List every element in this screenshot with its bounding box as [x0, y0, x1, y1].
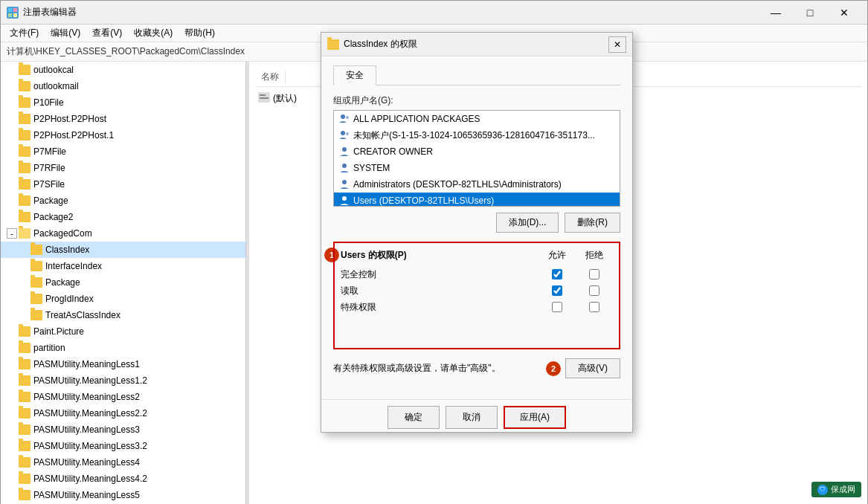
tree-item-package-child[interactable]: Package — [1, 274, 245, 291]
folder-icon — [19, 408, 30, 419]
user-action-buttons: 添加(D)... 删除(R) — [333, 213, 620, 233]
folder-icon — [19, 392, 30, 402]
dialog-close-button[interactable]: ✕ — [608, 36, 626, 53]
tree-item-pasm1[interactable]: PASMUtility.MeaningLess1 — [1, 356, 245, 372]
folder-icon — [19, 424, 30, 435]
menu-favorites[interactable]: 收藏夹(A) — [128, 25, 179, 41]
user-item-all-app-packages[interactable]: ALL APPLICATION PACKAGES — [334, 111, 620, 127]
user-item-unknown[interactable]: 未知帐户(S-1-15-3-1024-1065365936-1281604716… — [334, 127, 620, 143]
folder-icon — [19, 179, 30, 190]
tree-item-pasm3[interactable]: PASMUtility.MeaningLess3 — [1, 421, 245, 438]
special-deny-checkbox[interactable] — [576, 302, 613, 312]
main-window: 注册表编辑器 — □ ✕ 文件(F) 编辑(V) 查看(V) 收藏夹(A) 帮助… — [0, 0, 868, 504]
tree-item-pasm12[interactable]: PASMUtility.MeaningLess1.2 — [1, 372, 245, 389]
menu-edit[interactable]: 编辑(V) — [45, 25, 86, 41]
read-allow-input[interactable] — [552, 285, 562, 296]
cancel-button[interactable]: 取消 — [446, 406, 498, 429]
svg-point-10 — [346, 132, 349, 135]
user-label: ALL APPLICATION PACKAGES — [353, 114, 480, 124]
svg-rect-6 — [260, 97, 269, 99]
user-item-users[interactable]: Users (DESKTOP-82TLHLS\Users) — [334, 193, 620, 207]
remove-button[interactable]: 删除(R) — [565, 213, 620, 233]
read-deny-input[interactable] — [589, 285, 599, 296]
tree-item-p10file[interactable]: P10File — [1, 94, 245, 111]
fullcontrol-allow-input[interactable] — [552, 269, 562, 280]
special-allow-checkbox[interactable] — [539, 302, 576, 312]
fullcontrol-deny-checkbox[interactable] — [576, 269, 613, 280]
menu-help[interactable]: 帮助(H) — [179, 25, 221, 41]
advanced-button[interactable]: 高级(V) — [565, 358, 620, 378]
close-button[interactable]: ✕ — [827, 1, 861, 25]
tree-item-pasm42[interactable]: PASMUtility.MeaningLess4.2 — [1, 471, 245, 487]
permissions-section: Users 的权限(P) 允许 拒绝 完全控制 — [333, 242, 620, 349]
tree-item-packagedcom[interactable]: - PackagedCom — [1, 225, 245, 242]
tree-item-classindex[interactable]: ClassIndex — [1, 242, 245, 258]
svg-point-9 — [341, 131, 345, 135]
folder-icon — [30, 261, 42, 271]
folder-icon — [19, 163, 30, 173]
user-label: Users (DESKTOP-82TLHLS\Users) — [353, 196, 494, 206]
folder-icon — [19, 490, 30, 500]
folder-icon — [30, 245, 42, 255]
tree-item-package[interactable]: Package — [1, 193, 245, 209]
read-deny-checkbox[interactable] — [576, 285, 613, 296]
expand-icon[interactable]: - — [7, 228, 17, 239]
tree-item-pasm5[interactable]: PASMUtility.MeaningLess5 — [1, 487, 245, 503]
special-deny-input[interactable] — [589, 302, 599, 312]
tree-item-progidindex[interactable]: ProgIdIndex — [1, 291, 245, 307]
tab-security[interactable]: 安全 — [333, 65, 376, 85]
maximize-button[interactable]: □ — [793, 1, 827, 25]
ok-button[interactable]: 确定 — [388, 406, 440, 429]
menu-view[interactable]: 查看(V) — [86, 25, 128, 41]
tree-item-paintpicture[interactable]: Paint.Picture — [1, 323, 245, 340]
folder-icon — [19, 441, 30, 451]
user-item-creator-owner[interactable]: CREATOR OWNER — [334, 143, 620, 160]
apply-button[interactable]: 应用(A) — [504, 406, 566, 429]
tree-item-p2phost[interactable]: P2PHost.P2PHost — [1, 111, 245, 127]
tree-item-p7rfile[interactable]: P7RFile — [1, 160, 245, 176]
folder-icon — [19, 359, 30, 369]
user-item-administrators[interactable]: Administrators (DESKTOP-82TLHLS\Administ… — [334, 176, 620, 193]
tree-item-p7sfile[interactable]: P7SFile — [1, 176, 245, 193]
folder-icon — [30, 310, 42, 320]
folder-open-icon — [19, 228, 30, 239]
fullcontrol-deny-input[interactable] — [589, 269, 599, 280]
folder-icon — [19, 97, 30, 108]
tree-item-treatasclassindex[interactable]: TreatAsClassIndex — [1, 307, 245, 323]
advanced-row: 有关特殊权限或高级设置，请单击"高级"。 2 高级(V) — [333, 358, 620, 378]
user-list[interactable]: ALL APPLICATION PACKAGES 未知帐户(S-1-15-3-1… — [333, 110, 620, 207]
tree-item-p7mfile[interactable]: P7MFile — [1, 143, 245, 160]
user-label: SYSTEM — [353, 163, 390, 173]
fullcontrol-allow-checkbox[interactable] — [539, 269, 576, 280]
window-title: 注册表编辑器 — [23, 6, 759, 19]
read-allow-checkbox[interactable] — [539, 285, 576, 296]
svg-rect-0 — [8, 8, 12, 12]
tree-item-interfaceindex[interactable]: InterfaceIndex — [1, 258, 245, 274]
add-button[interactable]: 添加(D)... — [496, 213, 559, 233]
folder-icon — [19, 81, 30, 91]
user-icon — [338, 146, 350, 158]
special-allow-input[interactable] — [552, 302, 562, 312]
tree-item-outlookmail[interactable]: outlookmail — [1, 78, 245, 94]
tree-item-package2[interactable]: Package2 — [1, 209, 245, 225]
tree-item-pasm22[interactable]: PASMUtility.MeaningLess2.2 — [1, 405, 245, 421]
tree-item-outlookcal[interactable]: outlookcal — [1, 62, 245, 78]
permissions-title: Users 的权限(P) — [341, 249, 539, 262]
tree-item-pasm2[interactable]: PASMUtility.MeaningLess2 — [1, 389, 245, 405]
title-bar: 注册表编辑器 — □ ✕ — [1, 1, 867, 25]
minimize-button[interactable]: — — [759, 1, 793, 25]
tree-item-p2phost1[interactable]: P2PHost.P2PHost.1 — [1, 127, 245, 143]
allow-column-header: 允许 — [539, 249, 576, 262]
user-icon — [338, 178, 350, 190]
user-icon — [338, 162, 350, 174]
perm-empty-area — [341, 315, 613, 342]
menu-file[interactable]: 文件(F) — [4, 25, 45, 41]
tree-item-pasm32[interactable]: PASMUtility.MeaningLess3.2 — [1, 438, 245, 454]
tree-item-pasm4[interactable]: PASMUtility.MeaningLess4 — [1, 454, 245, 471]
svg-rect-3 — [13, 13, 17, 17]
user-item-system[interactable]: SYSTEM — [334, 160, 620, 176]
folder-icon — [19, 326, 30, 337]
badge-2: 2 — [546, 361, 561, 376]
tree-item-partition[interactable]: partition — [1, 340, 245, 356]
permissions-header: Users 的权限(P) 允许 拒绝 — [341, 249, 613, 262]
